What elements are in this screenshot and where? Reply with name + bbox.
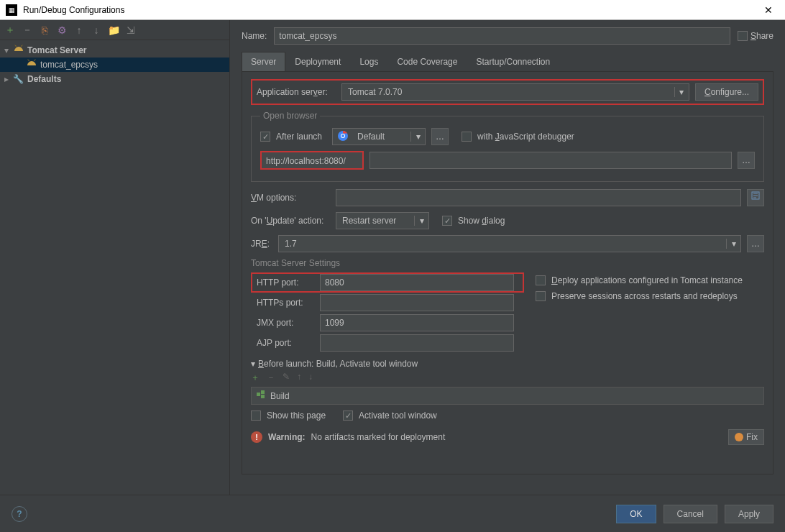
bulb-icon [735, 433, 743, 441]
preserve-label: Preserve sessions across restarts and re… [551, 291, 738, 301]
window-title: Run/Debug Configurations [23, 5, 758, 15]
main-panel: Name: Share Server Deployment Logs Code … [230, 20, 785, 495]
js-debugger-label: with JavaScript debugger [477, 132, 574, 142]
build-item[interactable]: Build [251, 387, 764, 405]
js-debugger-checkbox[interactable] [462, 132, 472, 142]
share-checkbox[interactable] [738, 31, 748, 41]
warning-label: Warning: [268, 432, 306, 442]
tomcat-icon [13, 44, 24, 58]
remove-icon[interactable]: － [22, 24, 33, 36]
tab-startup[interactable]: Startup/Connection [467, 52, 559, 71]
tab-deployment[interactable]: Deployment [285, 52, 350, 71]
add-icon[interactable]: ＋ [4, 24, 16, 36]
move-up-icon[interactable]: ↑ [73, 24, 85, 36]
tree-defaults[interactable]: ▸ 🔧 Defaults [0, 72, 229, 86]
chevron-right-icon: ▸ [4, 74, 13, 84]
update-value: Restart server [336, 216, 414, 226]
tree-tomcat-epcsys[interactable]: tomcat_epcsys [0, 58, 229, 72]
update-dropdown[interactable]: Restart server ▾ [336, 212, 429, 229]
apply-button[interactable]: Apply [725, 505, 773, 523]
svg-rect-6 [261, 395, 265, 398]
sidebar-toolbar: ＋ － ⎘ ⚙ ↑ ↓ 📁 ⇲ [0, 20, 229, 40]
tab-logs[interactable]: Logs [350, 52, 387, 71]
vm-expand-button[interactable] [747, 189, 764, 206]
ajp-port-input[interactable] [320, 334, 514, 352]
fix-label: Fix [746, 432, 758, 442]
remove-icon[interactable]: － [267, 372, 275, 384]
browser-dropdown[interactable]: Default ▾ [332, 128, 426, 145]
https-port-label: HTTPs port: [257, 298, 314, 308]
copy-icon[interactable]: ⎘ [39, 24, 50, 36]
move-up-icon[interactable]: ↑ [297, 372, 301, 384]
tab-server[interactable]: Server [242, 52, 285, 71]
preserve-checkbox[interactable] [536, 291, 546, 301]
chevron-down-icon: ▾ [410, 132, 425, 142]
server-panel: Application server: Tomcat 7.0.70 ▾ Conf… [242, 72, 773, 474]
show-page-label: Show this page [267, 411, 326, 421]
browser-more-button[interactable]: … [431, 128, 449, 145]
wrench-icon: 🔧 [13, 74, 24, 84]
build-label: Build [270, 391, 290, 401]
http-port-input[interactable] [320, 274, 514, 291]
configure-button[interactable]: Configure... [695, 83, 758, 101]
warning-icon: ! [251, 431, 262, 443]
save-template-icon[interactable]: ⚙ [56, 24, 68, 36]
config-tree: ▾ Tomcat Server tomcat_epcsys ▸ 🔧 Defaul… [0, 40, 229, 495]
vm-options-input[interactable] [336, 189, 741, 206]
ajp-port-label: AJP port: [257, 338, 314, 348]
after-launch-checkbox[interactable] [260, 132, 270, 142]
folder-icon[interactable]: 📁 [108, 24, 119, 36]
jmx-port-label: JMX port: [257, 318, 314, 328]
tree-item-label: tomcat_epcsys [40, 60, 98, 70]
jre-value: 1.7 [279, 239, 726, 249]
vm-label: VM options: [251, 193, 330, 203]
tree-item-label: Defaults [27, 74, 61, 84]
jmx-port-input[interactable] [320, 314, 514, 331]
share-label: Share [750, 31, 773, 41]
move-down-icon[interactable]: ↓ [91, 24, 102, 36]
tree-tomcat-server[interactable]: ▾ Tomcat Server [0, 43, 229, 58]
jre-more-button[interactable]: … [747, 235, 764, 252]
warning-msg: No artifacts marked for deployment [311, 432, 446, 442]
activate-label: Activate tool window [359, 411, 437, 421]
ok-button[interactable]: OK [616, 505, 656, 523]
deploy-apps-checkbox[interactable] [536, 275, 546, 285]
tc-settings-header: Tomcat Server Settings [251, 258, 764, 268]
deploy-apps-label: Deploy applications configured in Tomcat… [551, 275, 743, 285]
update-label: On 'Update' action: [251, 216, 330, 226]
url-more-button[interactable]: … [738, 152, 755, 169]
chevron-down-icon: ▾ [251, 359, 255, 369]
before-launch-header[interactable]: ▾ Before launch: Build, Activate tool wi… [251, 359, 764, 369]
close-icon[interactable]: ✕ [758, 4, 779, 16]
show-page-checkbox[interactable] [251, 411, 261, 421]
url-input-ext[interactable] [369, 152, 732, 169]
appserver-label: Application server: [257, 87, 336, 97]
cancel-button[interactable]: Cancel [664, 505, 717, 523]
footer: ? OK Cancel Apply [0, 495, 785, 532]
collapse-icon[interactable]: ⇲ [125, 24, 137, 36]
tabs: Server Deployment Logs Code Coverage Sta… [242, 52, 773, 72]
show-dialog-checkbox[interactable] [442, 216, 452, 226]
tab-code-coverage[interactable]: Code Coverage [387, 52, 467, 71]
add-icon[interactable]: ＋ [251, 372, 260, 384]
appserver-value: Tomcat 7.0.70 [342, 87, 674, 97]
svg-point-2 [341, 134, 344, 137]
https-port-input[interactable] [320, 294, 514, 311]
show-dialog-label: Show dialog [458, 216, 505, 226]
chevron-down-icon: ▾ [726, 239, 740, 249]
browser-value: Default [352, 132, 410, 142]
sidebar: ＋ － ⎘ ⚙ ↑ ↓ 📁 ⇲ ▾ Tomcat Server tomcat_e… [0, 20, 230, 495]
chevron-down-icon: ▾ [414, 216, 428, 226]
after-launch-label: After launch [276, 132, 322, 142]
open-browser-group: Open browser After launch Default ▾ … wi… [251, 111, 764, 182]
url-input[interactable]: http://localhost:8080/ [260, 151, 364, 170]
move-down-icon[interactable]: ↓ [308, 372, 313, 384]
help-icon[interactable]: ? [12, 506, 27, 522]
edit-icon[interactable]: ✎ [283, 372, 290, 384]
fix-button[interactable]: Fix [728, 429, 764, 445]
jre-dropdown[interactable]: 1.7 ▾ [278, 235, 741, 252]
appserver-dropdown[interactable]: Tomcat 7.0.70 ▾ [341, 83, 689, 101]
activate-checkbox[interactable] [343, 411, 353, 421]
share-option[interactable]: Share [738, 31, 773, 41]
name-input[interactable] [274, 27, 730, 45]
